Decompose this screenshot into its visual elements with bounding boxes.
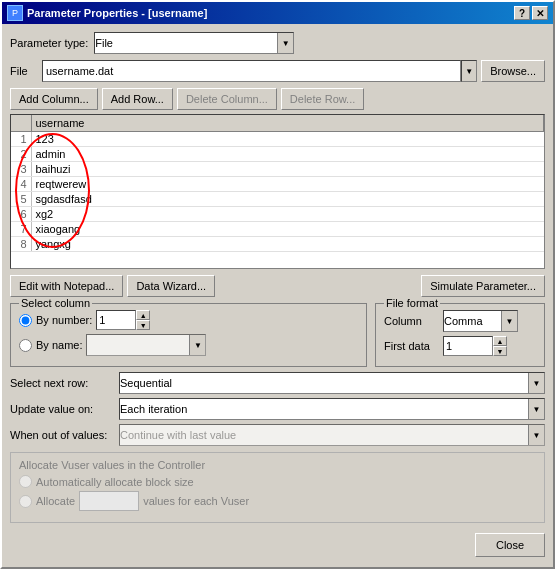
file-dropdown-arrow[interactable]: ▼ (461, 60, 477, 82)
by-number-spinner: ▲ ▼ (96, 310, 150, 330)
select-column-groupbox: Select column By number: ▲ ▼ (10, 303, 367, 367)
select-next-row-wrapper: Sequential Random Unique ▼ (119, 372, 545, 394)
table-cell-num: 7 (11, 222, 31, 237)
table-cell-num: 4 (11, 177, 31, 192)
first-data-spinner-btns: ▲ ▼ (493, 336, 507, 356)
first-data-up[interactable]: ▲ (493, 336, 507, 346)
vuser-box-title: Allocate Vuser values in the Controller (19, 459, 536, 471)
title-bar: P Parameter Properties - [username] ? ✕ (2, 2, 553, 24)
values-suffix-label: values for each Vuser (143, 495, 249, 507)
table-row[interactable]: 1123 (11, 132, 544, 147)
file-format-title: File format (384, 297, 440, 309)
table-header-username: username (31, 115, 544, 132)
action-row: Edit with Notepad... Data Wizard... Simu… (10, 275, 545, 297)
table-cell-value: admin (31, 147, 544, 162)
update-value-select[interactable]: Each iteration Each occurrence Once (119, 398, 545, 420)
auto-allocate-radio[interactable] (19, 475, 32, 488)
title-bar-left: P Parameter Properties - [username] (7, 5, 207, 21)
data-wizard-button[interactable]: Data Wizard... (127, 275, 215, 297)
by-name-select[interactable] (86, 334, 206, 356)
two-col-section: Select column By number: ▲ ▼ (10, 303, 545, 372)
table-row[interactable]: 3baihuzi (11, 162, 544, 177)
file-input[interactable] (42, 60, 461, 82)
edit-notepad-button[interactable]: Edit with Notepad... (10, 275, 123, 297)
out-of-values-row: When out of values: Continue with last v… (10, 424, 545, 446)
browse-button[interactable]: Browse... (481, 60, 545, 82)
table-wrapper: username 11232admin3baihuzi4reqtwerew5sg… (10, 114, 545, 269)
table-cell-value: xiaogang (31, 222, 544, 237)
table-cell-num: 6 (11, 207, 31, 222)
parameter-type-select-wrapper: File Random Number Date/Time Unique Numb… (94, 32, 294, 54)
table-row[interactable]: 4reqtwerew (11, 177, 544, 192)
table-cell-num: 8 (11, 237, 31, 252)
select-next-row-select[interactable]: Sequential Random Unique (119, 372, 545, 394)
file-format-groupbox: File format Column Comma Tab Space ▼ (375, 303, 545, 367)
first-data-spinner: ▲ ▼ (443, 336, 507, 356)
table-cell-num: 3 (11, 162, 31, 177)
table-header-num (11, 115, 31, 132)
vuser-box: Allocate Vuser values in the Controller … (10, 452, 545, 523)
table-cell-value: sgdasdfasd (31, 192, 544, 207)
add-column-button[interactable]: Add Column... (10, 88, 98, 110)
close-row: Close (10, 529, 545, 559)
by-number-spinner-btns: ▲ ▼ (136, 310, 150, 330)
first-data-input[interactable] (443, 336, 493, 356)
manual-allocate-row: Allocate values for each Vuser (19, 491, 536, 511)
allocate-input[interactable] (79, 491, 139, 511)
simulate-button[interactable]: Simulate Parameter... (421, 275, 545, 297)
window-close-button[interactable]: ✕ (532, 6, 548, 20)
main-window: P Parameter Properties - [username] ? ✕ … (0, 0, 555, 569)
table-row[interactable]: 5sgdasdfasd (11, 192, 544, 207)
by-number-input[interactable] (96, 310, 136, 330)
first-data-label: First data (384, 340, 439, 352)
out-of-values-label: When out of values: (10, 429, 115, 441)
manual-allocate-radio[interactable] (19, 495, 32, 508)
help-button[interactable]: ? (514, 6, 530, 20)
table-cell-value: yangxg (31, 237, 544, 252)
update-value-row: Update value on: Each iteration Each occ… (10, 398, 545, 420)
content-area: Parameter type: File Random Number Date/… (2, 24, 553, 567)
add-row-button[interactable]: Add Row... (102, 88, 173, 110)
file-row: File ▼ Browse... (10, 60, 545, 82)
parameter-type-label: Parameter type: (10, 37, 88, 49)
table-cell-value: 123 (31, 132, 544, 147)
by-number-up[interactable]: ▲ (136, 310, 150, 320)
parameter-type-select[interactable]: File Random Number Date/Time Unique Numb… (94, 32, 294, 54)
format-column-select[interactable]: Comma Tab Space (443, 310, 518, 332)
file-label: File (10, 65, 38, 77)
allocate-label: Allocate (36, 495, 75, 507)
table-container[interactable]: username 11232admin3baihuzi4reqtwerew5sg… (10, 114, 545, 269)
window-title: Parameter Properties - [username] (27, 7, 207, 19)
file-input-wrapper: ▼ (42, 60, 477, 82)
table-row[interactable]: 7xiaogang (11, 222, 544, 237)
table-row[interactable]: 2admin (11, 147, 544, 162)
auto-allocate-label: Automatically allocate block size (36, 476, 194, 488)
by-number-label: By number: (36, 314, 92, 326)
toolbar-row: Add Column... Add Row... Delete Column..… (10, 88, 545, 110)
delete-row-button[interactable]: Delete Row... (281, 88, 364, 110)
delete-column-button[interactable]: Delete Column... (177, 88, 277, 110)
data-table: username 11232admin3baihuzi4reqtwerew5sg… (11, 115, 544, 252)
first-data-down[interactable]: ▼ (493, 346, 507, 356)
by-name-radio[interactable] (19, 339, 32, 352)
by-number-row: By number: ▲ ▼ (19, 310, 358, 330)
by-number-down[interactable]: ▼ (136, 320, 150, 330)
table-cell-value: baihuzi (31, 162, 544, 177)
by-number-radio[interactable] (19, 314, 32, 327)
title-buttons: ? ✕ (514, 6, 548, 20)
format-column-select-wrapper: Comma Tab Space ▼ (443, 310, 518, 332)
update-value-label: Update value on: (10, 403, 115, 415)
parameter-type-row: Parameter type: File Random Number Date/… (10, 32, 545, 54)
select-column-section: Select column By number: ▲ ▼ (10, 303, 367, 372)
window-icon: P (7, 5, 23, 21)
select-next-row-row: Select next row: Sequential Random Uniqu… (10, 372, 545, 394)
format-column-row: Column Comma Tab Space ▼ (384, 310, 536, 332)
close-button[interactable]: Close (475, 533, 545, 557)
out-of-values-select[interactable]: Continue with last value Abort Vuser Cyc… (119, 424, 545, 446)
by-name-select-wrapper: ▼ (86, 334, 206, 356)
table-row[interactable]: 8yangxg (11, 237, 544, 252)
table-row[interactable]: 6xg2 (11, 207, 544, 222)
table-cell-value: reqtwerew (31, 177, 544, 192)
by-name-label: By name: (36, 339, 82, 351)
first-data-row: First data ▲ ▼ (384, 336, 536, 356)
